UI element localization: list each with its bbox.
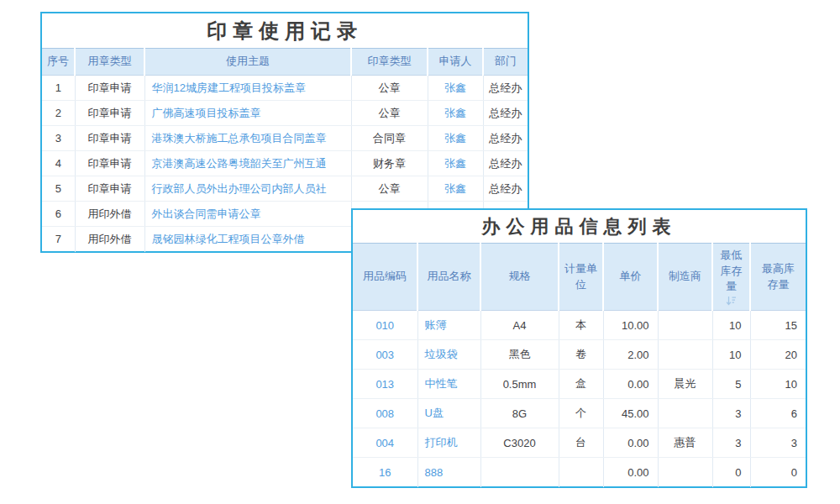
subject-link[interactable]: 外出谈合同需申请公章 bbox=[144, 202, 351, 227]
seal-col-dept: 部门 bbox=[483, 49, 528, 76]
usage-type: 用印外借 bbox=[75, 202, 144, 227]
item-maker bbox=[658, 340, 712, 370]
sort-amount-icon[interactable] bbox=[717, 296, 746, 306]
dept: 总经办 bbox=[483, 126, 528, 151]
applicant-link[interactable]: 张鑫 bbox=[428, 126, 483, 151]
item-spec: C3020 bbox=[480, 428, 559, 458]
item-price: 10.00 bbox=[603, 311, 658, 340]
table-row: 5 印章申请 行政部人员外出办理公司内部人员社 公章 张鑫 总经办 bbox=[42, 176, 528, 202]
item-unit: 台 bbox=[559, 428, 603, 458]
row-no: 7 bbox=[42, 227, 75, 252]
office-supplies-table: 用品编码 用品名称 规格 计量单位 单价 制造商 最低库存量 最高库存量 010… bbox=[353, 243, 806, 487]
supplies-col-max-stock: 最高库存量 bbox=[750, 244, 806, 311]
supplies-col-min-stock[interactable]: 最低库存量 bbox=[712, 244, 750, 311]
row-no: 6 bbox=[42, 202, 75, 227]
item-spec: 0.5mm bbox=[480, 370, 559, 399]
min-stock-label: 最低库存量 bbox=[721, 249, 743, 293]
item-name-link[interactable]: 中性笔 bbox=[417, 370, 480, 399]
usage-type: 印章申请 bbox=[75, 176, 144, 202]
row-no: 4 bbox=[42, 151, 75, 176]
table-row: 4 印章申请 京港澳高速公路粤境韶关至广州互通 财务章 张鑫 总经办 bbox=[42, 151, 528, 176]
item-code-link[interactable]: 16 bbox=[353, 458, 417, 487]
item-max-stock: 10 bbox=[750, 370, 806, 399]
item-price: 45.00 bbox=[603, 399, 658, 428]
seal-type: 公章 bbox=[351, 101, 428, 126]
item-maker: 惠普 bbox=[658, 428, 712, 458]
item-name-link[interactable]: U盘 bbox=[417, 399, 480, 428]
item-name-link[interactable]: 888 bbox=[417, 458, 480, 487]
applicant-link[interactable]: 张鑫 bbox=[428, 151, 483, 176]
table-row: 16 888 0.00 0 0 bbox=[353, 458, 806, 487]
seal-col-no: 序号 bbox=[42, 49, 75, 76]
item-min-stock: 10 bbox=[712, 311, 750, 340]
supplies-col-code: 用品编码 bbox=[353, 244, 417, 311]
supplies-col-spec: 规格 bbox=[480, 244, 559, 311]
item-min-stock: 10 bbox=[712, 340, 750, 370]
item-unit: 盒 bbox=[559, 370, 603, 399]
usage-type: 用印外借 bbox=[75, 227, 144, 252]
table-row: 010 账簿 A4 本 10.00 10 15 bbox=[353, 311, 806, 340]
applicant-link[interactable]: 张鑫 bbox=[428, 176, 483, 202]
seal-col-usage-type: 用章类型 bbox=[75, 49, 144, 76]
item-price: 0.00 bbox=[603, 370, 658, 399]
item-code-link[interactable]: 004 bbox=[353, 428, 417, 458]
item-unit: 个 bbox=[559, 399, 603, 428]
usage-type: 印章申请 bbox=[75, 126, 144, 151]
applicant-link[interactable]: 张鑫 bbox=[428, 101, 483, 126]
supplies-col-name: 用品名称 bbox=[417, 244, 480, 311]
seal-type: 财务章 bbox=[351, 151, 428, 176]
dept: 总经办 bbox=[483, 101, 528, 126]
supplies-header-row: 用品编码 用品名称 规格 计量单位 单价 制造商 最低库存量 最高库存量 bbox=[353, 244, 806, 311]
item-spec: A4 bbox=[480, 311, 559, 340]
seal-col-seal-type: 印章类型 bbox=[351, 49, 428, 76]
item-code-link[interactable]: 013 bbox=[353, 370, 417, 399]
seal-type: 公章 bbox=[351, 176, 428, 202]
item-maker bbox=[658, 399, 712, 428]
supplies-col-unit: 计量单位 bbox=[559, 244, 603, 311]
office-supplies-panel: 办公用品信息列表 用品编码 用品名称 规格 计量单位 单价 制造商 最低库存量 … bbox=[351, 208, 807, 488]
item-price: 0.00 bbox=[603, 428, 658, 458]
item-spec: 黑色 bbox=[480, 340, 559, 370]
item-spec: 8G bbox=[480, 399, 559, 428]
item-min-stock: 3 bbox=[712, 399, 750, 428]
item-maker bbox=[658, 311, 712, 340]
row-no: 5 bbox=[42, 176, 75, 202]
seal-type: 公章 bbox=[351, 76, 428, 101]
usage-type: 印章申请 bbox=[75, 151, 144, 176]
item-name-link[interactable]: 垃圾袋 bbox=[417, 340, 480, 370]
item-code-link[interactable]: 010 bbox=[353, 311, 417, 340]
table-row: 1 印章申请 华润12城房建工程项目投标盖章 公章 张鑫 总经办 bbox=[42, 76, 528, 101]
item-name-link[interactable]: 账簿 bbox=[417, 311, 480, 340]
dept: 总经办 bbox=[483, 76, 528, 101]
item-name-link[interactable]: 打印机 bbox=[417, 428, 480, 458]
item-min-stock: 0 bbox=[712, 458, 750, 487]
item-unit: 卷 bbox=[559, 340, 603, 370]
row-no: 1 bbox=[42, 76, 75, 101]
subject-link[interactable]: 行政部人员外出办理公司内部人员社 bbox=[144, 176, 351, 202]
item-maker: 晨光 bbox=[658, 370, 712, 399]
table-row: 004 打印机 C3020 台 0.00 惠普 3 3 bbox=[353, 428, 806, 458]
item-maker bbox=[658, 458, 712, 487]
subject-link[interactable]: 晟铭园林绿化工程项目公章外借 bbox=[144, 227, 351, 252]
item-max-stock: 3 bbox=[750, 428, 806, 458]
subject-link[interactable]: 港珠澳大桥施工总承包项目合同盖章 bbox=[144, 126, 351, 151]
item-max-stock: 15 bbox=[750, 311, 806, 340]
table-row: 013 中性笔 0.5mm 盒 0.00 晨光 5 10 bbox=[353, 370, 806, 399]
row-no: 2 bbox=[42, 101, 75, 126]
item-unit: 本 bbox=[559, 311, 603, 340]
applicant-link[interactable]: 张鑫 bbox=[428, 76, 483, 101]
item-max-stock: 0 bbox=[750, 458, 806, 487]
item-code-link[interactable]: 008 bbox=[353, 399, 417, 428]
item-code-link[interactable]: 003 bbox=[353, 340, 417, 370]
item-min-stock: 3 bbox=[712, 428, 750, 458]
seal-col-subject: 使用主题 bbox=[144, 49, 351, 76]
seal-records-title: 印章使用记录 bbox=[42, 13, 528, 48]
subject-link[interactable]: 华润12城房建工程项目投标盖章 bbox=[144, 76, 351, 101]
subject-link[interactable]: 京港澳高速公路粤境韶关至广州互通 bbox=[144, 151, 351, 176]
subject-link[interactable]: 广佛高速项目投标盖章 bbox=[144, 101, 351, 126]
office-supplies-title: 办公用品信息列表 bbox=[353, 210, 806, 243]
supplies-col-price: 单价 bbox=[603, 244, 658, 311]
seal-col-applicant: 申请人 bbox=[428, 49, 483, 76]
seal-type: 合同章 bbox=[351, 126, 428, 151]
item-unit bbox=[559, 458, 603, 487]
